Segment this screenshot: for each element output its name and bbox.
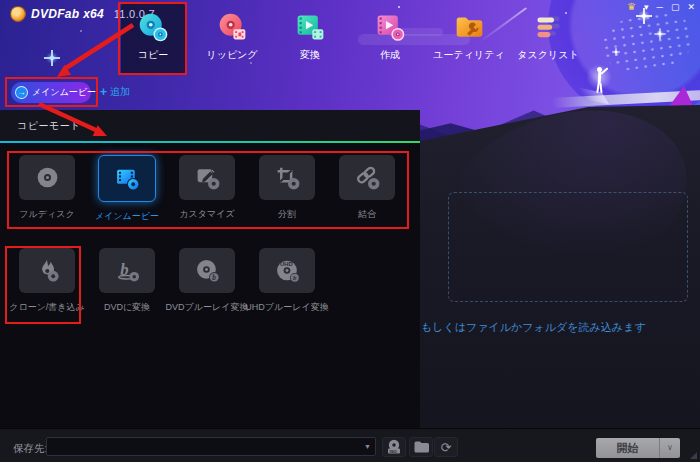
refresh-button[interactable]: ⟳ [434,437,458,457]
dropdown-caret-icon[interactable]: ▾ [644,2,649,12]
mode-label: メインムービー [95,210,159,223]
mode-tile[interactable]: b [99,248,155,293]
to-dvd-icon: b [114,257,141,284]
mode-tile[interactable]: b [179,248,235,293]
profile-button-label: メインムービー [32,86,96,99]
main-movie-profile-button[interactable]: → メインムービー [11,82,91,103]
start-dropdown-chevron-icon[interactable]: ∨ [660,438,680,458]
tab-label: ユーティリティ [433,48,504,62]
copy-mode-panel: フルディスク メインムービー [0,143,420,428]
svg-text:b: b [212,274,216,282]
mode-tile-selected[interactable] [98,155,156,202]
tab-ripping[interactable]: リッピング [197,8,267,74]
dvd-bluray-disc-icon: b [194,257,221,284]
tab-label: 変換 [300,48,320,62]
ripping-disc-film-icon [216,11,249,44]
start-button[interactable]: 開始 ∨ [596,438,680,458]
add-button-label: 追加 [110,85,130,99]
convert-film-icon [294,11,327,44]
destination-label: 保存先: [13,442,47,456]
sparkle-star [612,48,620,56]
sparkle-star [654,28,665,39]
mode-tile[interactable]: UHD b [259,248,315,293]
merge-link-icon [354,164,381,191]
customize-pencil-icon [194,164,221,191]
mode-main-movie[interactable]: メインムービー [87,155,167,223]
close-icon[interactable]: ✕ [687,2,695,12]
iso-disc-icon: ISO [385,439,403,455]
mode-split[interactable]: 分割 [247,155,327,221]
mode-label: DVDに変換 [104,301,150,314]
app-name: DVDFab [31,7,79,21]
plus-icon: + [100,86,107,98]
app-arch: x64 [83,7,104,21]
copy-mode-title: コピーモード [17,119,81,133]
mode-merge[interactable]: 結合 [327,155,407,221]
mode-label: カスタマイズ [179,208,234,221]
copy-mode-header: コピーモード [0,110,420,141]
uhd-bluray-disc-icon: UHD b [274,257,301,284]
bottom-bar: 保存先: ▼ ISO ⟳ 開始 ∨ [0,428,700,462]
tab-create[interactable]: 作成 [355,8,425,74]
sparkle-star [44,50,60,66]
mode-full-disc[interactable]: フルディスク [7,155,87,221]
drop-zone-hint: もしくはファイルかフォルダを読み込みます [421,320,646,335]
mode-customize[interactable]: カスタマイズ [167,155,247,221]
create-film-disc-icon [374,11,407,44]
mode-clone-burn[interactable]: クローン/書き込み [7,248,87,314]
mode-tile[interactable] [19,155,75,200]
add-source-button[interactable]: + 追加 [100,85,130,99]
tab-utility[interactable]: ユーティリティ [426,8,512,74]
person-art [588,64,612,104]
tab-label: コピー [138,48,168,62]
iso-badge-text: ISO [390,449,398,454]
mode-label: UHDブルーレイ変換 [245,301,328,314]
tab-label: 作成 [380,48,400,62]
refresh-icon: ⟳ [441,441,452,454]
mode-tile[interactable] [179,155,235,200]
split-crop-icon [274,164,301,191]
tab-copy[interactable]: コピー [118,8,188,74]
window-controls: ♛ ▾ ─ ▢ ✕ [627,2,695,12]
arrow-right-circle-icon: → [15,86,28,99]
drop-zone-dashed-border [448,192,688,302]
dvdfab-mascot-icon [10,6,26,22]
mode-label: 分割 [278,208,296,221]
start-button-label: 開始 [596,438,659,458]
mode-tile[interactable] [19,248,75,293]
star-dots [0,0,2,2]
minimize-icon[interactable]: ─ [657,2,663,12]
full-disc-icon [34,164,61,191]
resize-grip[interactable] [690,452,697,459]
mode-dvd-to-bluray[interactable]: b DVDブルーレイ変換 [167,248,247,314]
mode-label: DVDブルーレイ変換 [166,301,249,314]
save-to-folder-button[interactable] [409,437,433,457]
utility-folder-wrench-icon [453,11,486,44]
mode-uhd-to-bluray[interactable]: UHD b UHDブルーレイ変換 [247,248,327,314]
clone-burn-flame-icon [34,257,61,284]
tab-convert[interactable]: 変換 [275,8,345,74]
mode-label: 結合 [358,208,376,221]
magenta-peak [668,86,694,108]
mode-tile[interactable] [339,155,395,200]
save-to-iso-button[interactable]: ISO [382,437,406,457]
tab-tasklist[interactable]: タスクリスト [505,8,591,74]
mode-label: クローン/書き込み [9,301,85,314]
folder-icon [413,440,430,454]
copy-discs-icon [137,11,170,44]
crown-icon[interactable]: ♛ [627,2,636,12]
main-movie-film-icon [114,165,141,192]
tasklist-bars-icon [532,11,565,44]
tab-label: タスクリスト [517,48,578,62]
tab-label: リッピング [206,48,257,62]
maximize-icon[interactable]: ▢ [671,2,680,12]
mode-to-dvd[interactable]: b DVDに変換 [87,248,167,314]
uhd-badge-text: UHD [280,261,293,267]
destination-input[interactable] [46,437,376,456]
dvdfab-window: DVDFab x64 11.0.0.7 ♛ ▾ ─ ▢ ✕ コピー [0,0,700,462]
mode-tile[interactable] [259,155,315,200]
mode-label: フルディスク [19,208,74,221]
